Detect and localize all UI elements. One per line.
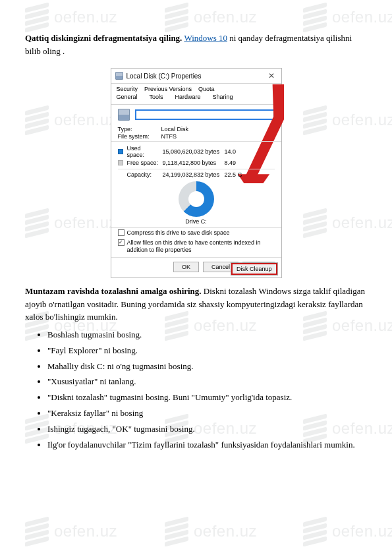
drive-icon [115, 72, 123, 80]
tab-security[interactable]: Security [117, 86, 138, 92]
index-label: Allow files on this drive to have conten… [127, 239, 275, 254]
tab-previous-versions[interactable]: Previous Versions [144, 86, 192, 92]
stack-icon [25, 517, 49, 546]
watermark-text: oefen.uz [54, 522, 117, 540]
tab-sharing[interactable]: Sharing [213, 94, 233, 100]
watermark-tile: oefen.uz [25, 519, 117, 543]
tab-tools[interactable]: Tools [150, 94, 163, 100]
list-item: "Diskni tozalash" tugmasini bosing. Buni… [47, 392, 367, 404]
stack-icon [165, 517, 188, 546]
properties-dialog: Local Disk (C:) Properties ✕ Security Pr… [111, 68, 282, 278]
list-item: Mahalliy disk C: ni o'ng tugmasini bosin… [47, 361, 367, 373]
fs-label: File system: [118, 133, 157, 140]
list-item: "Fayl Explorer" ni bosing. [47, 345, 367, 357]
checkbox-icon[interactable]: ✓ [118, 239, 125, 246]
disk-cleanup-button[interactable]: Disk Cleanup [231, 263, 277, 275]
pie-drive-label: Drive C: [118, 218, 275, 225]
free-bytes: 9,118,412,800 bytes [163, 160, 222, 166]
document-content: Qattiq diskingizni defragmentatsiya qili… [0, 0, 392, 452]
watermark-text: oefen.uz [194, 522, 257, 540]
used-bytes: 15,080,620,032 bytes [163, 148, 222, 155]
watermark-tile: oefen.uz [165, 519, 257, 543]
screenshot-figure: Local Disk (C:) Properties ✕ Security Pr… [25, 68, 367, 278]
section2-lead: Muntazam ravishda tozalashni amalga oshi… [25, 286, 202, 296]
cap-label: Capacity: [127, 171, 160, 178]
paragraph-cleanup: Muntazam ravishda tozalashni amalga oshi… [25, 285, 367, 324]
free-swatch-icon [118, 160, 123, 165]
stack-icon [303, 517, 327, 546]
compress-label: Compress this drive to save disk space [127, 229, 230, 237]
watermark-tile: oefen.uz [303, 519, 392, 543]
checkbox-icon[interactable] [118, 229, 125, 236]
windows-10-link[interactable]: Windows 10 [184, 33, 227, 43]
index-checkbox-row[interactable]: ✓ Allow files on this drive to have cont… [111, 238, 281, 255]
tab-hardware[interactable]: Hardware [175, 94, 201, 100]
paragraph-defrag: Qattiq diskingizni defragmentatsiya qili… [25, 32, 367, 57]
capacity-row: Capacity: 24,199,032,832 bytes 22.5 G [118, 169, 275, 179]
steps-list: Boshlash tugmasini bosing. "Fayl Explore… [47, 329, 367, 452]
tab-general[interactable]: General [117, 94, 138, 100]
cap-gb: 22.5 G [225, 171, 244, 178]
list-item: Boshlash tugmasini bosing. [47, 329, 367, 341]
used-swatch-icon [118, 149, 123, 154]
type-label: Type: [118, 126, 157, 132]
drive-icon [118, 109, 130, 121]
used-row: Used space: 15,080,620,032 bytes 14.0 [118, 144, 275, 159]
close-icon[interactable]: ✕ [266, 71, 277, 80]
usage-pie-icon [179, 181, 214, 217]
usage-block: Used space: 15,080,620,032 bytes 14.0 Fr… [111, 141, 281, 228]
list-item: Ilg'or foydalanuvchilar "Tizim fayllarin… [47, 439, 367, 452]
tab-quota[interactable]: Quota [198, 86, 215, 92]
list-item: "Xususiyatlar" ni tanlang. [47, 376, 367, 388]
used-label: Used space: [127, 145, 160, 158]
list-item: "Keraksiz fayllar" ni bosing [47, 407, 367, 420]
free-label: Free space: [127, 160, 160, 166]
free-row: Free space: 9,118,412,800 bytes 8.49 [118, 159, 275, 167]
compress-checkbox-row[interactable]: Compress this drive to save disk space [111, 228, 281, 238]
list-item: Ishingiz tugagach, "OK" tugmasini bosing… [47, 423, 367, 436]
cap-bytes: 24,199,032,832 bytes [163, 171, 222, 178]
ok-button[interactable]: OK [173, 262, 199, 272]
free-gb: 8.49 [225, 160, 244, 166]
dialog-title-text: Local Disk (C:) Properties [126, 73, 202, 80]
used-gb: 14.0 [225, 148, 244, 155]
watermark-text: oefen.uz [332, 522, 392, 540]
dialog-titlebar: Local Disk (C:) Properties ✕ [111, 69, 281, 84]
section1-lead: Qattiq diskingizni defragmentatsiya qili… [25, 33, 182, 43]
